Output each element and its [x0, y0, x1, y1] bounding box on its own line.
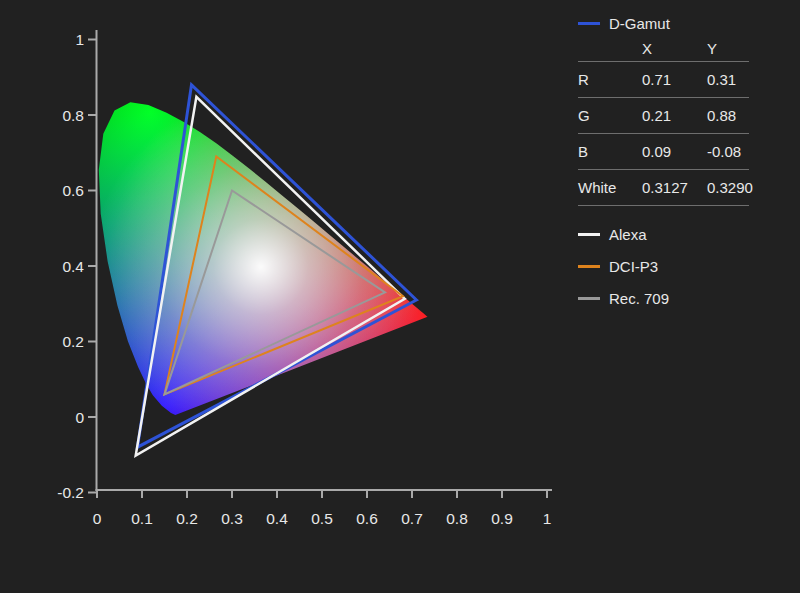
- legend-label: DCI-P3: [609, 258, 658, 275]
- secondary-legend: Alexa DCI-P3 Rec. 709: [578, 220, 749, 312]
- rec-709-line-swatch: [578, 297, 600, 300]
- legend-item-rec-709[interactable]: Rec. 709: [578, 284, 749, 312]
- white-x-value: 0.3127: [642, 179, 707, 196]
- b-x-value: 0.09: [642, 143, 707, 160]
- dci-p3-line-swatch: [578, 265, 600, 268]
- row-label-g: G: [578, 107, 642, 124]
- legend-item-alexa[interactable]: Alexa: [578, 220, 749, 248]
- y-tick-label: 1: [75, 31, 84, 48]
- g-x-value: 0.21: [642, 107, 707, 124]
- row-label-white: White: [578, 179, 642, 196]
- table-header-row: X Y: [578, 36, 749, 62]
- x-tick-label: 0.3: [221, 510, 243, 527]
- table-row: B 0.09 -0.08: [578, 134, 749, 170]
- white-y-value: 0.3290: [707, 179, 749, 196]
- row-label-b: B: [578, 143, 642, 160]
- x-tick-label: 0.7: [401, 510, 423, 527]
- legend-item-d-gamut[interactable]: D-Gamut: [578, 10, 749, 36]
- x-tick-label: 0.1: [131, 510, 153, 527]
- y-tick-label: 0.4: [62, 258, 84, 275]
- alexa-line-swatch: [578, 233, 600, 236]
- legend-item-dci-p3[interactable]: DCI-P3: [578, 252, 749, 280]
- y-tick-label: 0: [75, 409, 84, 426]
- spectral-locus-fill: [90, 95, 435, 425]
- g-y-value: 0.88: [707, 107, 749, 124]
- y-tick-label: -0.2: [57, 484, 84, 501]
- r-x-value: 0.71: [642, 71, 707, 88]
- y-tick-label: 0.2: [62, 333, 84, 350]
- table-row: R 0.71 0.31: [578, 62, 749, 98]
- x-tick-label: 0.9: [491, 510, 513, 527]
- x-tick-label: 0.5: [311, 510, 333, 527]
- r-y-value: 0.31: [707, 71, 749, 88]
- col-header-y: Y: [707, 40, 749, 57]
- y-tick-label: 0.6: [62, 182, 84, 199]
- table-row: G 0.21 0.88: [578, 98, 749, 134]
- x-tick-label: 0: [93, 510, 102, 527]
- legend-label: Rec. 709: [609, 290, 669, 307]
- x-tick-label: 1: [543, 510, 552, 527]
- col-header-x: X: [642, 40, 707, 57]
- table-row: White 0.3127 0.3290: [578, 170, 749, 206]
- x-tick-label: 0.4: [266, 510, 288, 527]
- b-y-value: -0.08: [707, 143, 749, 160]
- chromaticity-chart: 10.80.60.40.20-0.200.10.20.30.40.50.60.7…: [0, 0, 575, 593]
- d-gamut-line-swatch: [578, 22, 600, 25]
- y-tick-label: 0.8: [62, 107, 84, 124]
- x-tick-label: 0.6: [356, 510, 378, 527]
- row-label-r: R: [578, 71, 642, 88]
- x-tick-label: 0.8: [446, 510, 468, 527]
- legend-label: D-Gamut: [609, 15, 670, 32]
- legend-panel: D-Gamut X Y R 0.71 0.31 G 0.21 0.88 B 0.…: [578, 10, 749, 316]
- legend-label: Alexa: [609, 226, 647, 243]
- x-tick-label: 0.2: [176, 510, 198, 527]
